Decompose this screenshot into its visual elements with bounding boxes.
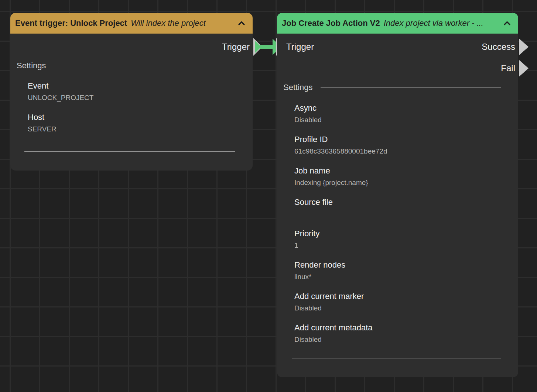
field-add-current-metadata: Add current metadata Disabled [294, 321, 503, 345]
field-label: Profile ID [294, 133, 503, 146]
node-event-trigger-header[interactable]: Event trigger: Unlock Project Will index… [10, 13, 253, 34]
port-row-trigger-success: Trigger Success [277, 39, 518, 55]
field-host: Host SERVER [28, 111, 238, 135]
chevron-up-icon[interactable] [234, 21, 245, 25]
field-value [294, 209, 503, 220]
field-source-file: Source file [294, 196, 503, 220]
field-render-nodes: Render nodes linux* [294, 259, 503, 282]
input-port-label[interactable]: Trigger [286, 42, 314, 52]
settings-section-header: Settings [10, 59, 253, 72]
field-job-name: Job name Indexing {project.name} [294, 165, 503, 188]
field-label: Job name [294, 165, 503, 177]
output-port-label: Trigger [222, 42, 250, 52]
field-label: Host [28, 111, 238, 124]
field-event: Event UNLOCK_PROJECT [28, 80, 238, 103]
node-event-trigger[interactable]: Event trigger: Unlock Project Will index… [10, 13, 253, 171]
node-title: Event trigger: Unlock Project [15, 18, 127, 28]
node-subtitle: Index project via worker - ... [384, 18, 483, 28]
output-port-row-trigger[interactable]: Trigger [10, 39, 253, 55]
field-value: linux* [294, 271, 503, 282]
chevron-up-icon[interactable] [500, 21, 511, 25]
field-async: Async Disabled [294, 102, 503, 125]
field-label: Priority [294, 227, 503, 240]
field-value: SERVER [28, 124, 238, 135]
output-port-fail-triangle[interactable] [519, 60, 529, 77]
section-divider [54, 66, 236, 66]
field-value: Disabled [294, 334, 503, 345]
settings-section-header: Settings [277, 81, 518, 94]
field-profile-id: Profile ID 61c98c336365880001bee72d [294, 133, 503, 157]
field-value: Disabled [294, 114, 503, 125]
field-value: Disabled [294, 303, 503, 314]
node-bottom-divider [24, 151, 235, 152]
field-value: UNLOCK_PROJECT [28, 92, 238, 103]
field-label: Add current marker [294, 290, 503, 303]
field-priority: Priority 1 [294, 227, 503, 251]
section-title: Settings [283, 81, 313, 94]
field-label: Render nodes [294, 259, 503, 271]
port-row-fail: Fail [277, 60, 518, 76]
node-subtitle: Will index the project [131, 18, 206, 28]
field-value: 1 [294, 240, 503, 251]
section-divider [321, 87, 502, 88]
node-bottom-divider [292, 358, 501, 358]
output-port-label[interactable]: Fail [501, 63, 515, 73]
field-value: 61c98c336365880001bee72d [294, 146, 503, 157]
node-title: Job Create Job Action V2 [282, 18, 380, 28]
field-label: Source file [294, 196, 503, 209]
node-job-create-header[interactable]: Job Create Job Action V2 Index project v… [277, 13, 518, 34]
field-add-current-marker: Add current marker Disabled [294, 290, 503, 314]
field-label: Event [28, 80, 238, 92]
field-label: Add current metadata [294, 321, 503, 334]
output-port-label[interactable]: Success [482, 42, 515, 52]
node-graph-canvas[interactable]: Event trigger: Unlock Project Will index… [0, 0, 537, 392]
field-value: Indexing {project.name} [294, 177, 503, 188]
section-title: Settings [17, 59, 46, 72]
output-port-success-triangle[interactable] [519, 38, 529, 55]
field-label: Async [294, 102, 503, 114]
node-job-create-action[interactable]: Job Create Job Action V2 Index project v… [277, 13, 518, 377]
